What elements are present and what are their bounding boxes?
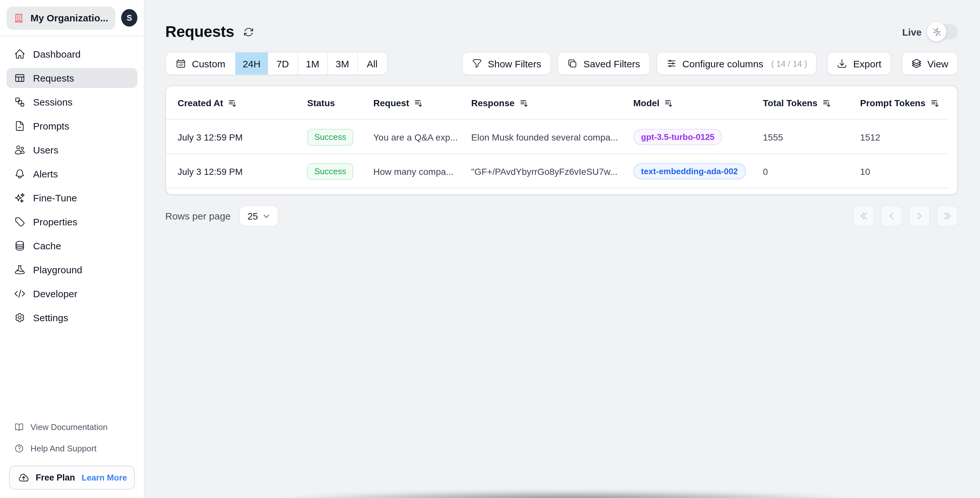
previous-page-button[interactable] (881, 205, 902, 227)
time-range-all[interactable]: All (357, 52, 387, 75)
show-filters-button[interactable]: Show Filters (462, 52, 551, 75)
cell-response: "GF+/PAvdYbyrrGo8yFz6vIeSU7w... (471, 166, 633, 176)
next-page-button[interactable] (909, 205, 930, 227)
bolt-slash-icon (932, 27, 942, 36)
building-icon (14, 13, 24, 23)
beaker-icon (14, 264, 25, 275)
time-range-custom-button[interactable]: Custom (166, 52, 235, 75)
sort-icon[interactable] (665, 99, 673, 107)
table-row[interactable]: July 3 12:59 PM Success How many compa..… (166, 154, 957, 189)
export-label: Export (853, 58, 881, 69)
time-range-1m[interactable]: 1M (297, 52, 327, 75)
time-range-7d[interactable]: 7D (267, 52, 297, 75)
home-icon (14, 49, 25, 60)
gear-icon (14, 312, 25, 323)
view-documentation-label: View Documentation (30, 422, 108, 431)
sort-icon[interactable] (229, 99, 237, 107)
sidebar-item-properties[interactable]: Properties (6, 212, 137, 232)
sidebar-item-label: Developer (33, 288, 78, 299)
column-header-created-at[interactable]: Created At (178, 98, 307, 108)
plan-banner[interactable]: Free Plan Learn More (9, 466, 135, 490)
sliders-icon (666, 58, 676, 69)
plan-label: Free Plan (36, 473, 75, 482)
saved-filters-label: Saved Filters (583, 58, 640, 69)
chevron-left-icon (887, 211, 896, 221)
table-header-row: Created At Status Request Response Model (166, 86, 957, 120)
time-range-selector: Custom 24H 7D 1M 3M All (165, 52, 387, 75)
help-support-link[interactable]: Help And Support (6, 440, 137, 457)
sidebar-item-label: Sessions (33, 97, 73, 108)
cell-response: Elon Musk founded several compa... (471, 132, 633, 142)
model-badge[interactable]: text-embedding-ada-002 (633, 163, 746, 179)
live-toggle[interactable] (928, 24, 958, 40)
table-row[interactable]: July 3 12:59 PM Success You are a Q&A ex… (166, 120, 957, 154)
sidebar-item-label: Properties (33, 216, 78, 227)
sidebar-topbar: My Organizatio... S (0, 0, 144, 36)
sort-icon[interactable] (931, 99, 939, 107)
sidebar-footer: View Documentation Help And Support Free… (0, 418, 144, 498)
sidebar-item-sessions[interactable]: Sessions (6, 92, 137, 112)
document-icon (14, 121, 25, 132)
live-toggle-knob[interactable] (927, 22, 946, 41)
sidebar: My Organizatio... S Dashboard Requests S… (0, 0, 145, 498)
cell-total-tokens: 0 (763, 166, 860, 176)
sidebar-item-label: Playground (33, 264, 82, 275)
stack-icon (567, 58, 578, 69)
export-button[interactable]: Export (827, 52, 891, 75)
refresh-icon[interactable] (243, 26, 255, 37)
cell-created-at: July 3 12:59 PM (178, 166, 307, 176)
column-header-prompt-tokens[interactable]: Prompt Tokens (860, 98, 948, 108)
code-icon (14, 288, 25, 299)
rows-per-page-label: Rows per page (165, 211, 231, 222)
sidebar-item-fine-tune[interactable]: Fine-Tune (6, 188, 137, 208)
column-header-request[interactable]: Request (373, 98, 471, 108)
first-page-button[interactable] (853, 205, 874, 227)
sidebar-item-label: Fine-Tune (33, 192, 77, 203)
sort-icon[interactable] (414, 99, 423, 107)
download-icon (837, 58, 848, 69)
cell-status: Success (307, 163, 373, 180)
column-header-model[interactable]: Model (633, 98, 763, 108)
column-header-status[interactable]: Status (307, 98, 373, 108)
help-support-label: Help And Support (30, 443, 97, 453)
rows-per-page-select[interactable]: 25 (239, 205, 279, 227)
avatar[interactable]: S (121, 9, 137, 27)
org-selector[interactable]: My Organizatio... (6, 6, 115, 30)
rows-per-page-value: 25 (248, 211, 258, 221)
cell-request: You are a Q&A exp... (373, 132, 471, 142)
org-name: My Organizatio... (30, 12, 108, 23)
view-documentation-link[interactable]: View Documentation (6, 418, 137, 435)
sidebar-item-requests[interactable]: Requests (6, 68, 137, 88)
cell-model: text-embedding-ada-002 (633, 163, 763, 179)
question-circle-icon (14, 443, 24, 453)
saved-filters-button[interactable]: Saved Filters (557, 52, 650, 75)
sidebar-item-alerts[interactable]: Alerts (6, 164, 137, 184)
column-header-total-tokens[interactable]: Total Tokens (763, 98, 860, 108)
learn-more-link[interactable]: Learn More (82, 473, 127, 482)
toolbar-actions: Show Filters Saved Filters Configure col… (462, 52, 958, 75)
sidebar-item-playground[interactable]: Playground (6, 260, 137, 280)
sort-icon[interactable] (823, 99, 831, 107)
sidebar-item-dashboard[interactable]: Dashboard (6, 44, 137, 64)
chevron-right-icon (915, 211, 924, 221)
cell-created-at: July 3 12:59 PM (178, 132, 307, 142)
sidebar-item-prompts[interactable]: Prompts (6, 116, 137, 136)
pagination-controls (853, 205, 958, 227)
view-button[interactable]: View (902, 52, 958, 75)
configure-columns-button[interactable]: Configure columns ( 14 / 14 ) (656, 52, 817, 75)
sidebar-item-developer[interactable]: Developer (6, 284, 137, 304)
sidebar-item-users[interactable]: Users (6, 140, 137, 160)
cell-model: gpt-3.5-turbo-0125 (633, 129, 763, 145)
status-badge: Success (307, 163, 353, 180)
time-range-24h[interactable]: 24H (235, 52, 267, 75)
sidebar-item-cache[interactable]: Cache (6, 236, 137, 256)
column-header-response[interactable]: Response (471, 98, 633, 108)
model-badge[interactable]: gpt-3.5-turbo-0125 (633, 129, 722, 145)
last-page-button[interactable] (937, 205, 958, 227)
sidebar-item-settings[interactable]: Settings (6, 308, 137, 328)
cell-prompt-tokens: 10 (860, 166, 948, 176)
sort-icon[interactable] (520, 99, 528, 107)
chevron-down-icon (262, 212, 270, 220)
time-range-3m[interactable]: 3M (327, 52, 357, 75)
sidebar-item-label: Requests (33, 73, 74, 84)
